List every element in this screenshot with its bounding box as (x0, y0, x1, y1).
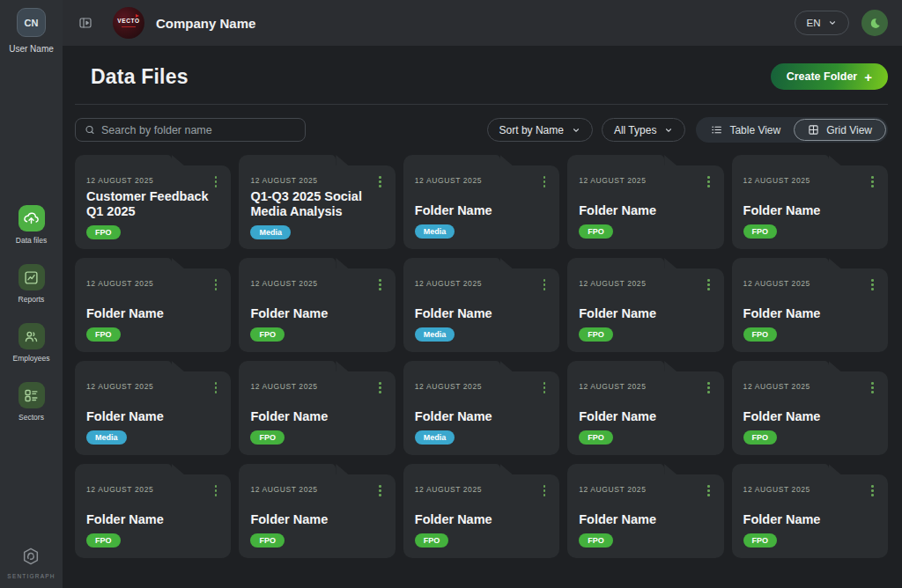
folder-date: 12 August 2025 (579, 277, 646, 288)
folder-card-body: 12 August 2025Folder NameFPO (239, 371, 395, 455)
folder-card[interactable]: 12 August 2025Folder NameMedia (403, 155, 559, 249)
kebab-menu-icon[interactable] (541, 277, 549, 292)
kebab-menu-icon[interactable] (541, 483, 549, 498)
folder-card[interactable]: 12 August 2025Folder NameMedia (403, 361, 559, 455)
folder-name: Customer Feedback Q1 2025 (86, 189, 219, 220)
folder-tag-badge: FPO (579, 533, 613, 548)
folder-card[interactable]: 12 August 2025Folder NameFPO (732, 258, 888, 352)
folder-tag-badge: Media (415, 430, 455, 445)
folder-name: Folder Name (86, 306, 219, 322)
folder-date: 12 August 2025 (579, 380, 646, 391)
folder-date: 12 August 2025 (250, 174, 317, 185)
folder-card[interactable]: 12 August 2025Folder NameFPO (732, 464, 888, 558)
kebab-menu-icon[interactable] (376, 380, 384, 395)
chevron-down-icon (828, 18, 837, 27)
folder-card[interactable]: 12 August 2025Folder NameFPO (567, 361, 723, 455)
grid-view-label: Grid View (826, 124, 872, 136)
folder-card[interactable]: 12 August 2025Folder NameFPO (732, 361, 888, 455)
topbar: VECTO Company Name EN (63, 0, 902, 46)
folder-date: 12 August 2025 (86, 277, 153, 288)
folder-search[interactable] (75, 118, 306, 142)
folder-name: Folder Name (415, 306, 548, 322)
kebab-menu-icon[interactable] (705, 277, 713, 292)
sidebar-item-reports[interactable]: Reports (18, 264, 45, 304)
sidebar-item-sectors[interactable]: Sectors (18, 382, 45, 422)
sidebar-item-label: Sectors (18, 413, 44, 422)
kebab-menu-icon[interactable] (212, 174, 220, 189)
folder-name: Folder Name (415, 203, 548, 219)
kebab-menu-icon[interactable] (212, 380, 220, 395)
sort-dropdown[interactable]: Sort by Name (487, 118, 593, 142)
kebab-menu-icon[interactable] (869, 483, 876, 498)
language-dropdown[interactable]: EN (795, 11, 849, 35)
folder-tab (567, 258, 664, 268)
kebab-menu-icon[interactable] (376, 277, 384, 292)
folder-name: Folder Name (415, 512, 548, 528)
vecto-logo: VECTO (113, 7, 144, 39)
kebab-menu-icon[interactable] (541, 174, 549, 189)
folder-tag-badge: Media (415, 327, 455, 342)
folder-card[interactable]: 12 August 2025Folder NameFPO (75, 464, 231, 558)
kebab-menu-icon[interactable] (212, 277, 220, 292)
folder-card[interactable]: 12 August 2025Folder NameFPO (567, 155, 723, 249)
folder-tag-badge: FPO (415, 533, 449, 548)
folder-tab (567, 155, 664, 165)
folder-card[interactable]: 12 August 2025Folder NameFPO (239, 258, 395, 352)
table-view-button[interactable]: Table View (698, 119, 794, 141)
create-folder-button[interactable]: Create Folder + (771, 63, 888, 90)
folder-tab (567, 464, 664, 474)
kebab-menu-icon[interactable] (705, 174, 713, 189)
sidebar-item-employees[interactable]: Employees (12, 323, 49, 363)
grid-view-button[interactable]: Grid View (794, 119, 886, 141)
search-input[interactable] (101, 124, 296, 136)
kebab-menu-icon[interactable] (705, 483, 713, 498)
folder-card[interactable]: 12 August 2025Folder NameFPO (403, 464, 559, 558)
sidebar-item-data-files[interactable]: Data files (16, 205, 47, 245)
kebab-menu-icon[interactable] (376, 483, 384, 498)
folder-tab (403, 464, 500, 474)
kebab-menu-icon[interactable] (212, 483, 220, 498)
folder-tag-badge: FPO (743, 327, 778, 342)
folder-date: 12 August 2025 (250, 380, 317, 391)
folder-card-body: 12 August 2025Folder NameFPO (732, 268, 888, 352)
folder-card[interactable]: 12 August 2025Q1-Q3 2025 Social Media An… (239, 155, 395, 249)
folder-card[interactable]: 12 August 2025Folder NameFPO (732, 155, 888, 249)
folder-card[interactable]: 12 August 2025Customer Feedback Q1 2025F… (75, 155, 231, 249)
folder-card-body: 12 August 2025Folder NameFPO (567, 268, 723, 352)
kebab-menu-icon[interactable] (869, 277, 876, 292)
folder-date: 12 August 2025 (250, 277, 317, 288)
user-avatar[interactable]: CN (17, 8, 46, 37)
kebab-menu-icon[interactable] (376, 174, 384, 189)
folder-card[interactable]: 12 August 2025Folder NameFPO (75, 258, 231, 352)
sidebar-toggle-icon[interactable] (78, 15, 93, 31)
folder-card[interactable]: 12 August 2025Folder NameFPO (239, 361, 395, 455)
table-view-label: Table View (729, 124, 780, 136)
category-icon (18, 382, 45, 408)
folder-card-body: 12 August 2025Folder NameMedia (403, 371, 559, 455)
kebab-menu-icon[interactable] (869, 174, 876, 189)
kebab-menu-icon[interactable] (869, 380, 876, 395)
kebab-menu-icon[interactable] (541, 380, 549, 395)
folder-date: 12 August 2025 (579, 483, 646, 494)
kebab-menu-icon[interactable] (705, 380, 713, 395)
chevron-down-icon (664, 126, 673, 135)
folder-card[interactable]: 12 August 2025Folder NameFPO (567, 464, 723, 558)
folder-name: Folder Name (579, 409, 712, 425)
folder-card[interactable]: 12 August 2025Folder NameMedia (403, 258, 559, 352)
folder-date: 12 August 2025 (415, 174, 482, 185)
folder-card-body: 12 August 2025Folder NameFPO (567, 474, 723, 558)
folder-name: Folder Name (579, 512, 712, 528)
theme-toggle-button[interactable] (861, 10, 888, 36)
folder-card[interactable]: 12 August 2025Folder NameFPO (567, 258, 723, 352)
folder-tab (403, 155, 500, 165)
type-filter-dropdown[interactable]: All Types (602, 118, 685, 142)
view-toggle: Table View Grid View (696, 117, 888, 143)
folder-card[interactable]: 12 August 2025Folder NameFPO (239, 464, 395, 558)
folder-name: Folder Name (743, 306, 876, 322)
header-divider (75, 104, 888, 105)
folder-card[interactable]: 12 August 2025Folder NameMedia (75, 361, 231, 455)
folder-date: 12 August 2025 (415, 483, 482, 494)
folder-name: Folder Name (579, 306, 712, 322)
folder-tab (75, 361, 172, 371)
folder-tag-badge: Media (415, 224, 455, 239)
